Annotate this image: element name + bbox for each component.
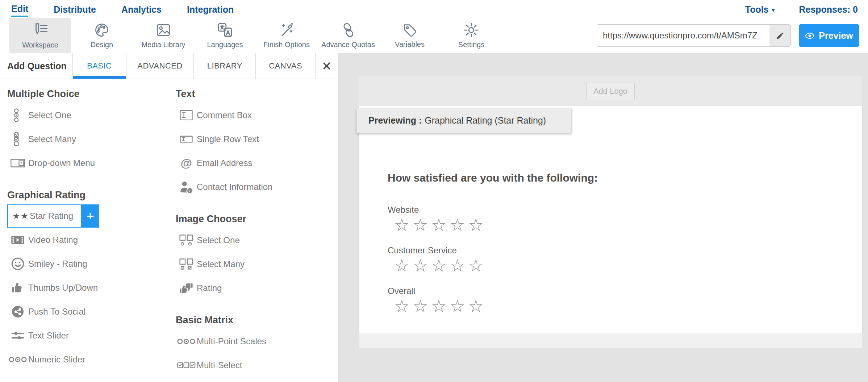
responses-count[interactable]: Responses: 0 (799, 2, 858, 16)
toolbar-item-label: Media Library (141, 41, 185, 49)
question-type-label: Star Rating (30, 211, 73, 221)
question-type-label: Select Many (197, 259, 245, 269)
question-type-text-slider[interactable]: Text Slider (7, 324, 176, 348)
question-type-star-rating[interactable]: ★★Star Rating (7, 204, 82, 228)
languages-icon (217, 22, 233, 38)
question-column-1: Multiple ChoiceSelect OneSelect ManyDrop… (7, 88, 176, 381)
toolbar-item-languages[interactable]: Languages (194, 18, 256, 53)
add-logo-button[interactable]: Add Logo (586, 83, 635, 100)
question-type-thumbs-up-down[interactable]: Thumbs Up/Down (7, 276, 176, 300)
dropdown-menu-icon (7, 158, 28, 169)
pencil-icon (776, 32, 784, 40)
question-type-label: Rating (197, 283, 222, 293)
toolbar-items: WorkspaceDesignMedia LibraryLanguagesFin… (9, 18, 502, 53)
question-type-push-to-social[interactable]: Push To Social (7, 300, 176, 324)
star-rating-rows: Website☆☆☆☆☆Customer Service☆☆☆☆☆Overall… (388, 205, 862, 316)
variables-tag-icon (402, 22, 417, 38)
question-type-email-address[interactable]: @Email Address (176, 151, 338, 175)
previewing-question-type: Graphical Rating (Star Rating) (425, 115, 546, 126)
toolbar-item-variables[interactable]: Variables (379, 18, 441, 53)
image-select-many-icon (176, 258, 197, 271)
previewing-header: Previewing : Graphical Rating (Star Rati… (356, 108, 572, 133)
video-rating-icon (7, 234, 28, 246)
tab-advanced[interactable]: ADVANCED (126, 53, 194, 79)
question-type-multi-point-scales[interactable]: Multi-Point Scales (176, 329, 338, 353)
question-type-select-many[interactable]: Select Many (7, 127, 176, 151)
question-type-label: Multi-Select (197, 360, 242, 370)
toolbar-item-settings[interactable]: Settings (441, 18, 502, 53)
question-type-numeric-slider[interactable]: Numeric Slider (7, 348, 176, 371)
toolbar-item-label: Variables (395, 40, 425, 49)
toolbar-item-finish-options[interactable]: Finish Options (256, 18, 317, 53)
nav-item-analytics[interactable]: Analytics (121, 2, 162, 16)
star-rating-input[interactable]: ☆☆☆☆☆ (394, 297, 862, 316)
tab-library[interactable]: LIBRARY (193, 53, 255, 79)
tab-basic[interactable]: BASIC (72, 53, 126, 79)
toolbar-item-design[interactable]: Design (71, 18, 133, 53)
tab-canvas[interactable]: CANVAS (255, 53, 315, 79)
add-question-type-star-rating-button[interactable]: + (82, 204, 99, 228)
nav-item-integration[interactable]: Integration (187, 2, 234, 16)
section-title: Multiple Choice (7, 88, 176, 100)
toolbar-item-workspace[interactable]: Workspace (9, 18, 71, 53)
rating-row-website: Website☆☆☆☆☆ (388, 205, 862, 234)
design-palette-icon (94, 22, 110, 38)
question-type-rating[interactable]: Rating (176, 276, 338, 300)
question-type-video-rating[interactable]: Video Rating (7, 228, 176, 252)
question-type-label: Thumbs Up/Down (28, 283, 98, 293)
image-rating-icon (176, 282, 197, 295)
toolbar-item-advance-quotas[interactable]: Advance Quotas (317, 18, 379, 53)
survey-url-input[interactable]: https://www.questionpro.com/t/AMSm7Z (597, 25, 769, 46)
thumbs-up-down-icon (7, 282, 28, 294)
section-title: Image Chooser (176, 213, 338, 225)
email-at-icon: @ (176, 157, 197, 170)
select-one-icon (7, 108, 28, 123)
workspace-toolbar: WorkspaceDesignMedia LibraryLanguagesFin… (0, 18, 868, 53)
question-type-label: Select One (28, 110, 71, 120)
edit-url-button[interactable] (769, 25, 790, 46)
question-type-select-one[interactable]: Select One (176, 228, 338, 252)
question-type-label: Contact Information (197, 182, 272, 192)
add-question-title: Add Question (0, 53, 72, 79)
close-panel-button[interactable] (315, 53, 338, 79)
question-type-single-row-text[interactable]: Single Row Text (176, 127, 338, 151)
section-title: Text (176, 88, 338, 100)
svg-text:i: i (189, 189, 191, 193)
main-content: Add Question BASICADVANCEDLIBRARYCANVAS … (0, 53, 868, 382)
survey-preview-card: How satisfied are you with the following… (359, 106, 862, 333)
rating-row-label: Overall (388, 286, 862, 296)
comment-box-icon (176, 109, 197, 121)
question-type-contact-information[interactable]: iContact Information (176, 175, 338, 199)
toolbar-item-label: Finish Options (263, 41, 310, 49)
top-nav: EditDistributeAnalyticsIntegration Tools… (0, 0, 868, 18)
question-type-label: Numeric Slider (28, 354, 85, 365)
question-type-select-one[interactable]: Select One (7, 103, 176, 127)
question-type-select-many[interactable]: Select Many (176, 252, 338, 276)
toolbar-item-label: Workspace (22, 41, 58, 49)
toolbar-item-media-library[interactable]: Media Library (133, 18, 194, 53)
add-question-panel: Add Question BASICADVANCEDLIBRARYCANVAS … (0, 53, 338, 382)
question-type-comment-box[interactable]: Comment Box (176, 103, 338, 127)
tools-menu[interactable]: Tools▼ (745, 2, 776, 16)
finish-options-wand-icon (279, 22, 295, 38)
plus-icon: + (87, 209, 94, 223)
star-rating-input[interactable]: ☆☆☆☆☆ (394, 256, 862, 275)
toolbar-right: https://www.questionpro.com/t/AMSm7Z Pre… (597, 18, 868, 53)
top-nav-right: Tools▼ Responses: 0 (745, 2, 858, 16)
question-type-drop-down-menu[interactable]: Drop-down Menu (7, 151, 176, 175)
question-type-label: Text Slider (28, 331, 69, 341)
rating-row-label: Website (388, 205, 862, 215)
question-type-label: Smiley - Rating (28, 259, 87, 269)
question-type-smiley-rating[interactable]: Smiley - Rating (7, 252, 176, 276)
survey-preview-area: Add Logo Previewing : Graphical Rating (… (359, 53, 862, 382)
single-row-text-icon (176, 134, 197, 144)
survey-url-box: https://www.questionpro.com/t/AMSm7Z (597, 24, 791, 47)
eye-icon (805, 33, 814, 39)
question-type-multi-select[interactable]: Multi-Select (176, 353, 338, 377)
preview-button[interactable]: Preview (799, 24, 859, 47)
nav-item-edit[interactable]: Edit (11, 1, 28, 17)
nav-item-distribute[interactable]: Distribute (54, 2, 96, 16)
section-basic-matrix: Basic MatrixMulti-Point ScalesMulti-Sele… (176, 315, 338, 377)
toolbar-item-label: Settings (458, 41, 484, 49)
star-rating-input[interactable]: ☆☆☆☆☆ (394, 216, 862, 234)
